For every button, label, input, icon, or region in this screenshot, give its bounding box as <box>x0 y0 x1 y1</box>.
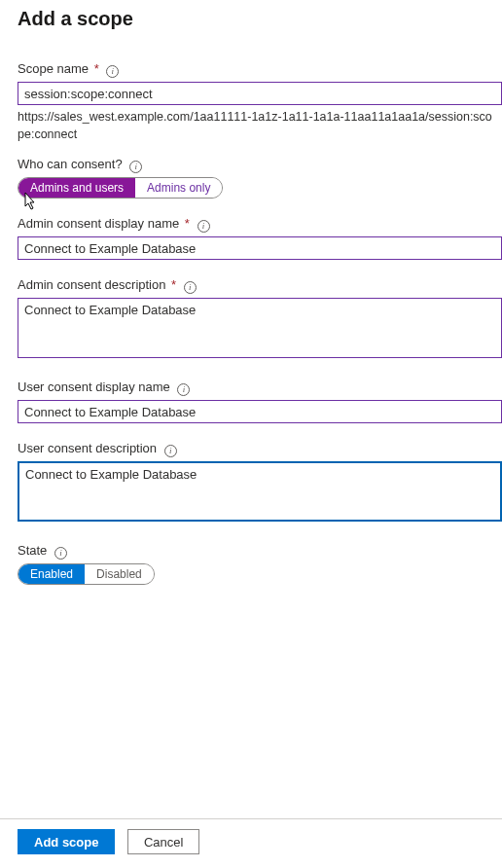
admin-display-label: Admin consent display name <box>18 216 179 231</box>
admin-desc-input[interactable] <box>18 298 502 358</box>
user-desc-input[interactable] <box>18 461 502 522</box>
consent-label: Who can consent? <box>18 157 123 171</box>
scope-name-label: Scope name <box>18 61 89 76</box>
scope-name-helper: https://sales_west.example.com/1aa11111-… <box>18 109 494 143</box>
consent-toggle[interactable]: Admins and users Admins only <box>18 177 223 199</box>
info-icon[interactable]: i <box>129 161 142 173</box>
required-indicator: * <box>185 216 190 231</box>
info-icon[interactable]: i <box>164 445 177 457</box>
info-icon[interactable]: i <box>54 547 67 560</box>
info-icon[interactable]: i <box>177 383 190 396</box>
admin-desc-label: Admin consent description <box>18 277 165 292</box>
footer: Add scope Cancel <box>0 818 502 868</box>
required-indicator: * <box>94 61 99 76</box>
consent-option-admins-only[interactable]: Admins only <box>135 178 222 198</box>
cancel-button[interactable]: Cancel <box>127 829 199 854</box>
state-option-enabled[interactable]: Enabled <box>18 564 85 584</box>
consent-option-admins-users[interactable]: Admins and users <box>18 178 135 198</box>
user-display-label: User consent display name <box>18 380 170 394</box>
page-title: Add a scope <box>18 8 502 30</box>
state-option-disabled[interactable]: Disabled <box>85 564 154 584</box>
user-desc-label: User consent description <box>18 441 157 455</box>
info-icon[interactable]: i <box>106 65 119 78</box>
scope-name-input[interactable] <box>18 82 502 105</box>
state-label: State <box>18 543 47 558</box>
user-display-input[interactable] <box>18 400 502 423</box>
info-icon[interactable]: i <box>197 220 210 233</box>
info-icon[interactable]: i <box>184 281 197 294</box>
add-scope-button[interactable]: Add scope <box>18 829 115 854</box>
required-indicator: * <box>171 277 176 292</box>
admin-display-input[interactable] <box>18 236 502 260</box>
state-toggle[interactable]: Enabled Disabled <box>18 563 155 585</box>
